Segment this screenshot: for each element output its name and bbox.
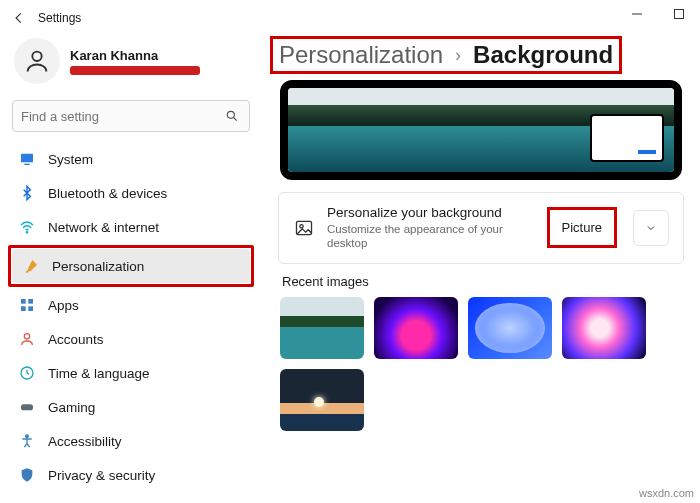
svg-rect-10: [21, 306, 26, 311]
sidebar: Karan Khanna System Bluetooth & devices …: [0, 36, 262, 503]
expand-button[interactable]: [633, 210, 669, 246]
breadcrumb-parent[interactable]: Personalization: [279, 41, 443, 69]
sidebar-item-accessibility[interactable]: Accessibility: [8, 424, 254, 458]
breadcrumb-current: Background: [473, 41, 613, 69]
sidebar-item-label: Personalization: [52, 259, 144, 274]
user-email-redacted: [70, 66, 200, 75]
paintbrush-icon: [22, 257, 40, 275]
svg-rect-9: [28, 299, 33, 304]
person-icon: [18, 330, 36, 348]
search-icon: [223, 107, 241, 125]
sidebar-item-label: Accessibility: [48, 434, 122, 449]
highlight-personalization: Personalization: [8, 245, 254, 287]
minimize-button[interactable]: [616, 0, 658, 28]
svg-point-3: [227, 111, 234, 118]
back-button[interactable]: [8, 11, 30, 25]
svg-point-7: [26, 232, 27, 233]
recent-image-thumb[interactable]: [374, 297, 458, 359]
recent-image-thumb[interactable]: [280, 297, 364, 359]
maximize-button[interactable]: [658, 0, 700, 28]
gamepad-icon: [18, 398, 36, 416]
svg-rect-1: [675, 10, 684, 19]
clock-icon: [18, 364, 36, 382]
desktop-preview: [280, 80, 682, 180]
accessibility-icon: [18, 432, 36, 450]
preview-window: [590, 114, 664, 162]
search-input[interactable]: [21, 109, 223, 124]
recent-image-thumb[interactable]: [468, 297, 552, 359]
svg-point-2: [32, 52, 41, 61]
breadcrumb: Personalization › Background: [279, 41, 613, 69]
sidebar-item-label: Gaming: [48, 400, 95, 415]
sidebar-item-accounts[interactable]: Accounts: [8, 322, 254, 356]
recent-images-section: Recent images: [280, 274, 682, 431]
svg-line-4: [234, 118, 237, 121]
sidebar-item-label: Apps: [48, 298, 79, 313]
search-box[interactable]: [12, 100, 250, 132]
system-icon: [18, 150, 36, 168]
svg-rect-14: [21, 404, 33, 410]
sidebar-item-system[interactable]: System: [8, 142, 254, 176]
sidebar-item-privacy[interactable]: Privacy & security: [8, 458, 254, 492]
image-icon: [293, 217, 315, 239]
recent-image-thumb[interactable]: [280, 369, 364, 431]
bluetooth-icon: [18, 184, 36, 202]
highlight-picture: Picture: [547, 207, 617, 248]
personalize-background-card: Personalize your background Customize th…: [278, 192, 684, 264]
chevron-right-icon: ›: [455, 45, 461, 66]
svg-point-17: [300, 225, 303, 228]
highlight-breadcrumb: Personalization › Background: [270, 36, 622, 74]
sidebar-item-label: Bluetooth & devices: [48, 186, 167, 201]
svg-point-15: [26, 435, 29, 438]
sidebar-item-personalization[interactable]: Personalization: [12, 249, 250, 283]
apps-icon: [18, 296, 36, 314]
sidebar-item-apps[interactable]: Apps: [8, 288, 254, 322]
sidebar-item-time[interactable]: Time & language: [8, 356, 254, 390]
recent-image-thumb[interactable]: [562, 297, 646, 359]
shield-icon: [18, 466, 36, 484]
wifi-icon: [18, 218, 36, 236]
user-name: Karan Khanna: [70, 48, 200, 63]
card-title: Personalize your background: [327, 205, 535, 220]
sidebar-item-gaming[interactable]: Gaming: [8, 390, 254, 424]
sidebar-item-network[interactable]: Network & internet: [8, 210, 254, 244]
background-type-select[interactable]: Picture: [552, 212, 612, 243]
app-title: Settings: [38, 11, 81, 25]
avatar: [14, 38, 60, 84]
svg-rect-5: [21, 154, 33, 163]
sidebar-item-label: Accounts: [48, 332, 104, 347]
watermark: wsxdn.com: [639, 487, 694, 499]
svg-point-12: [24, 334, 29, 339]
svg-rect-6: [24, 164, 29, 165]
svg-rect-8: [21, 299, 26, 304]
sidebar-item-label: Privacy & security: [48, 468, 155, 483]
main-content: Personalization › Background Personalize…: [262, 36, 700, 503]
recent-images-title: Recent images: [282, 274, 682, 289]
sidebar-item-bluetooth[interactable]: Bluetooth & devices: [8, 176, 254, 210]
user-account-row[interactable]: Karan Khanna: [8, 36, 254, 94]
card-subtitle: Customize the appearance of your desktop: [327, 222, 535, 251]
sidebar-item-label: System: [48, 152, 93, 167]
sidebar-item-label: Network & internet: [48, 220, 159, 235]
svg-rect-11: [28, 306, 33, 311]
sidebar-item-label: Time & language: [48, 366, 150, 381]
